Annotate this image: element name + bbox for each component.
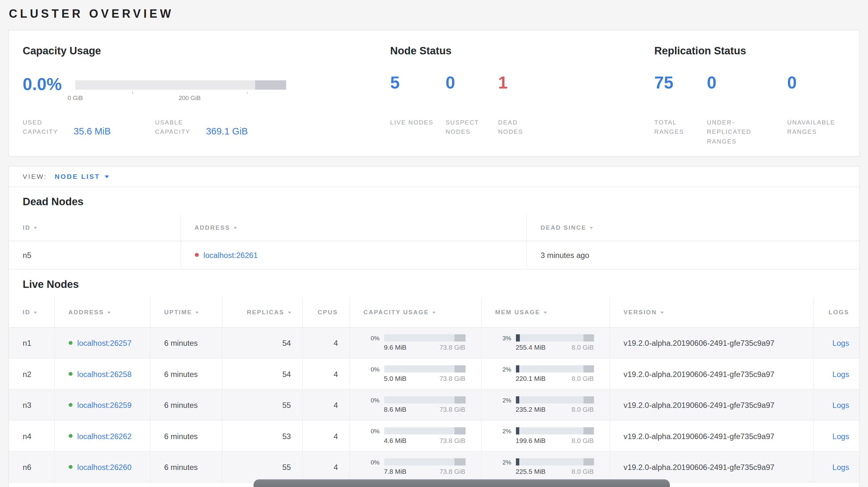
capacity-usage-top: 0% [361,427,465,434]
column-header-label: ADDRESS [68,309,104,316]
capacity-usage-section: Capacity Usage 0.0% 0 GiB200 GiB USED CA… [23,45,390,156]
memory-usage-values: 255.4 MiB8.0 GiB [516,344,594,352]
column-header-dead-since[interactable]: DEAD SINCE [526,215,860,241]
node-address-cell: localhost:26261 [181,241,526,269]
column-header-version[interactable]: VERSION [609,297,813,327]
view-dropdown-value[interactable]: NODE LIST [55,173,100,181]
memory-usage-fill [516,427,519,434]
memory-usage-values: 225.5 MiB8.0 GiB [516,468,594,476]
capacity-bar: 0 GiB200 GiB [75,80,286,90]
capacity-usage-cell: 0%4.6 MiB73.8 GiB [349,420,481,451]
capacity-usage-values: 4.6 MiB73.8 GiB [384,437,465,445]
logs-link[interactable]: Logs [832,400,849,410]
node-address-cell: localhost:26258 [54,358,150,389]
capacity-used-value: 7.8 MiB [384,468,406,476]
column-header-uptime[interactable]: UPTIME [150,297,222,327]
table-row: n5localhost:262613 minutes ago [9,241,860,269]
memory-usage-top: 2% [493,427,594,434]
capacity-usage: 0%5.0 MiB73.8 GiB [361,365,465,383]
version-cell: v19.2.0-alpha.20190606-2491-gfe735c9a97 [609,358,813,389]
view-label: VIEW: [23,173,47,181]
column-header-label: DEAD SINCE [540,224,587,231]
column-header-capacity-usage[interactable]: CAPACITY USAGE [349,297,481,327]
logs-cell: Logs [813,327,860,358]
capacity-usage-percent: 0% [361,397,380,403]
logs-link[interactable]: Logs [832,338,849,347]
node-status-title: Node Status [390,45,654,57]
node-address-link[interactable]: localhost:26262 [77,431,132,441]
capacity-bar-track [75,80,286,90]
sort-arrow-icon [660,312,663,314]
memory-usage: 2%225.5 MiB8.0 GiB [493,458,594,476]
suspect-nodes-stat: 0 SUSPECT NODES [445,72,498,137]
capacity-usage-tail [455,396,465,403]
usable-capacity: USABLE CAPACITY 369.1 GiB [155,118,248,137]
memory-usage-fill [516,396,519,403]
capacity-usage-bar [384,365,465,372]
capacity-usage-values: 9.6 MiB73.8 GiB [384,344,465,352]
sort-arrow-icon [34,227,37,229]
memory-usage-percent: 2% [493,459,512,465]
replicas-cell: 55 [222,390,302,420]
used-capacity-value: 35.6 MiB [74,126,111,137]
column-header-address[interactable]: ADDRESS [54,297,150,327]
capacity-usage-values: 8.6 MiB73.8 GiB [384,405,465,413]
live-node-dot-icon [68,403,72,407]
version-cell: v19.2.0-alpha.20190606-2491-gfe735c9a97 [609,390,813,420]
node-address-link[interactable]: localhost:26260 [77,462,132,472]
memory-usage: 2%220.1 MiB8.0 GiB [493,365,594,383]
capacity-usage-percent: 0% [361,427,380,434]
memory-usage: 2%235.2 MiB8.0 GiB [493,396,594,413]
usable-capacity-value: 369.1 GiB [206,126,248,137]
memory-usage-top: 2% [493,396,594,403]
memory-usage-tail [584,427,594,434]
logs-link[interactable]: Logs [832,431,849,441]
unavailable-ranges-count: 0 [787,72,859,93]
capacity-usage-tail [455,427,465,434]
live-nodes-table: IDADDRESSUPTIMEREPLICASCPUSCAPACITY USAG… [9,297,860,483]
column-header-address[interactable]: ADDRESS [181,215,526,241]
uptime-cell: 6 minutes [150,420,222,451]
capacity-usage-values: 5.0 MiB73.8 GiB [384,375,465,383]
column-header-id[interactable]: ID [9,297,54,327]
sort-arrow-icon [196,312,199,314]
node-address-link[interactable]: localhost:26259 [77,400,132,410]
column-header-replicas[interactable]: REPLICAS [222,297,302,327]
node-id-cell: n3 [9,390,54,420]
capacity-usage-cell: 0%5.0 MiB73.8 GiB [349,358,481,389]
memory-usage-percent: 2% [493,366,512,372]
memory-usage-fill [516,365,519,372]
memory-used-value: 225.5 MiB [516,468,546,476]
logs-link[interactable]: Logs [832,369,849,379]
node-address-link[interactable]: localhost:26257 [77,338,132,347]
memory-usage-bar [516,365,594,372]
column-header-label: ID [23,224,31,231]
node-id-cell: n6 [9,451,54,482]
replicas-cell: 53 [222,420,302,451]
node-address-link[interactable]: localhost:26261 [203,251,258,260]
memory-total-value: 8.0 GiB [572,468,594,476]
capacity-total-value: 73.8 GiB [439,344,465,352]
memory-usage-values: 199.6 MiB8.0 GiB [516,437,594,445]
column-header-id[interactable]: ID [9,215,181,241]
view-dropdown[interactable]: NODE LIST [55,173,109,181]
node-status-stats: 5 LIVE NODES 0 SUSPECT NODES 1 DEAD NODE… [390,72,654,137]
live-nodes-count: 5 [390,72,445,93]
capacity-usage-row: 0.0% 0 GiB200 GiB [23,74,390,96]
replicas-cell: 55 [222,451,302,482]
capacity-usage: 0%8.6 MiB73.8 GiB [361,396,465,413]
logs-cell: Logs [813,390,860,420]
column-header-mem-usage[interactable]: MEM USAGE [481,297,609,327]
total-ranges-count: 75 [654,72,707,93]
logs-link[interactable]: Logs [832,462,849,472]
capacity-usage: 0%4.6 MiB73.8 GiB [361,427,465,444]
node-address-link[interactable]: localhost:26258 [77,369,132,379]
chevron-down-icon [104,175,109,178]
mem-usage-cell: 2%235.2 MiB8.0 GiB [481,390,609,420]
view-selector-bar: VIEW: NODE LIST [9,167,859,187]
memory-used-value: 220.1 MiB [516,375,546,383]
unavailable-ranges-label: UNAVAILABLE RANGES [787,118,832,137]
under-replicated-ranges-stat: 0 UNDER-REPLICATED RANGES [707,72,787,146]
node-address: localhost:26262 [68,431,150,441]
capacity-used-value: 8.6 MiB [384,405,406,413]
